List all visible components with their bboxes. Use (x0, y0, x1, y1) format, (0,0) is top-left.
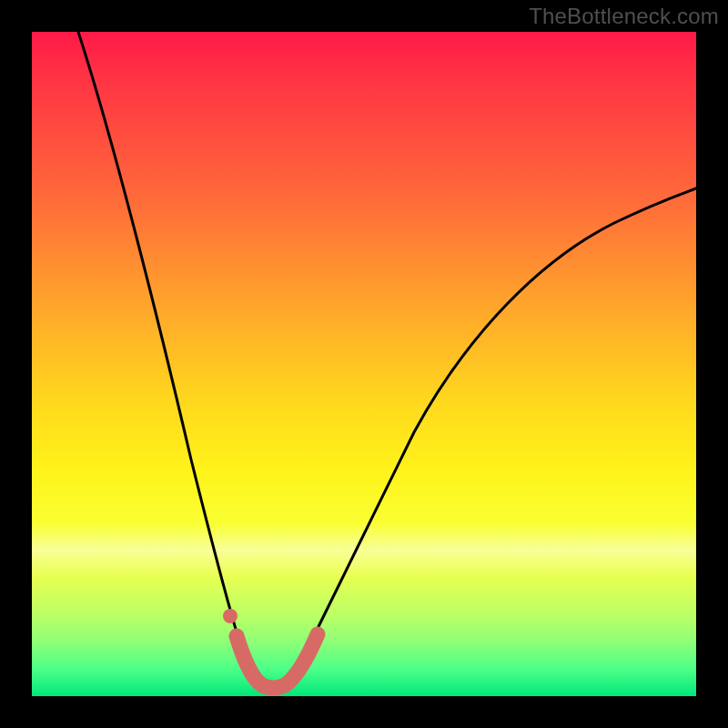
watermark-text: TheBottleneck.com (529, 4, 719, 29)
chart-container: TheBottleneck.com (0, 0, 728, 728)
highlight-dot-icon (223, 609, 238, 623)
plot-area (32, 32, 696, 696)
bottleneck-curve (78, 32, 696, 685)
highlight-segment (237, 634, 318, 688)
curve-layer (32, 32, 696, 696)
